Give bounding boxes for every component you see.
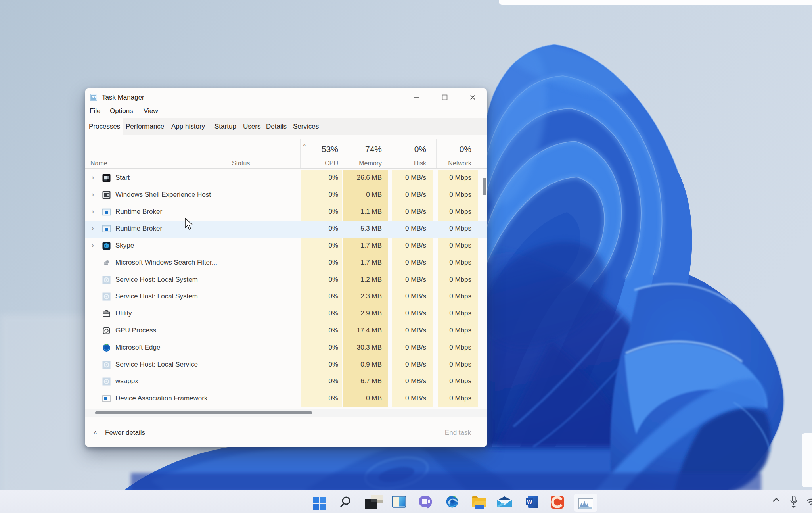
svg-text:S: S: [105, 244, 107, 248]
svg-text:W: W: [527, 499, 532, 505]
